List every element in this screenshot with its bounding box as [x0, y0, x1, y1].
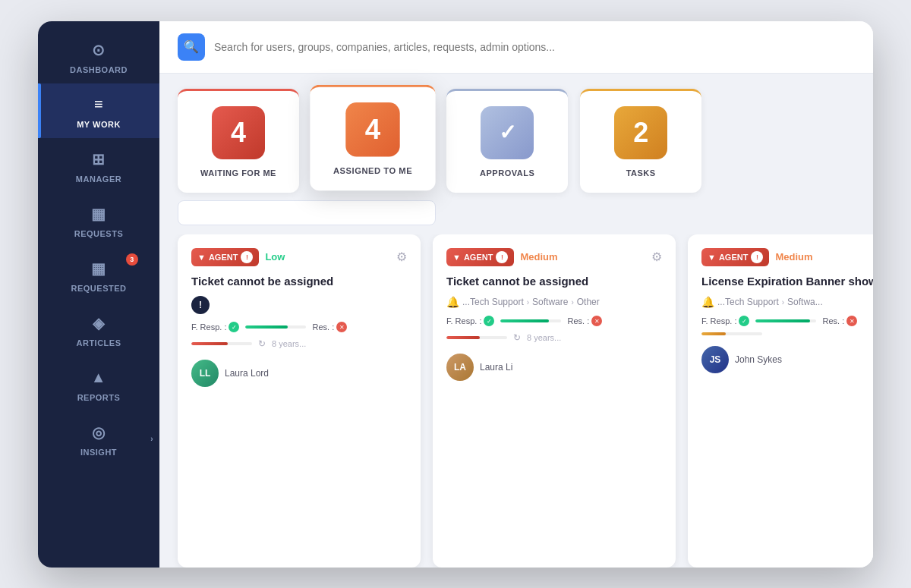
stat-card-assigned[interactable]: 4 ASSIGNED TO ME: [310, 84, 435, 190]
ticket-card: ▼ AGENT ! Low ⚙ Ticket cannot be assigne…: [178, 234, 421, 568]
search-input[interactable]: [214, 41, 855, 53]
sidebar-item-label: MY WORK: [77, 120, 121, 129]
assigned-count: 4: [345, 102, 399, 156]
check-icon: ✓: [499, 120, 516, 145]
res-fill: [446, 336, 480, 339]
assigned-label: ASSIGNED TO ME: [333, 165, 412, 175]
path-icon: 🔔: [701, 296, 714, 308]
f-resp-progress: [245, 325, 306, 329]
ticket-footer: JS John Sykes: [701, 346, 873, 373]
res-badge: Res. : ✕: [822, 316, 857, 326]
agent-count-dot: !: [496, 251, 508, 263]
search-bar: 🔍: [159, 21, 873, 74]
sidebar-item-label: REQUESTS: [74, 229, 124, 238]
waiting-label: WAITING FOR ME: [200, 168, 276, 178]
path-other: Other: [577, 297, 600, 307]
x-icon: ✕: [846, 316, 857, 326]
sidebar-item-dashboard[interactable]: ⊙ DASHBOARD: [38, 29, 159, 83]
priority-label: Medium: [520, 251, 557, 263]
sidebar-item-requested[interactable]: ▦ REQUESTED 3: [38, 247, 159, 302]
gear-icon[interactable]: ⚙: [651, 250, 662, 264]
f-resp-progress: [500, 319, 561, 322]
f-resp-label: F. Resp. :: [191, 322, 226, 332]
ticket-meta: F. Resp. : ✓ Res. : ✕ ↻ 8 years...: [191, 322, 407, 349]
res-fill: [191, 342, 228, 345]
res-progress: [446, 336, 507, 339]
gear-icon[interactable]: ⚙: [396, 250, 407, 264]
sidebar-item-label: INSIGHT: [80, 448, 117, 457]
refresh-icon: ↻: [513, 332, 521, 343]
agent-button[interactable]: ▼ AGENT !: [446, 248, 514, 266]
agent-button[interactable]: ▼ AGENT !: [701, 248, 769, 266]
check-icon: ✓: [484, 316, 494, 326]
avatar: LA: [446, 354, 474, 381]
agent-button[interactable]: ▼ AGENT !: [191, 248, 259, 266]
articles-icon: ◈: [87, 311, 111, 335]
sidebar-item-my-work[interactable]: ≡ MY WORK: [38, 83, 159, 138]
f-resp-fill: [245, 325, 288, 329]
search-icon: 🔍: [184, 39, 199, 54]
avatar: JS: [701, 346, 729, 373]
avatar: LL: [191, 360, 219, 387]
sidebar-item-label: DASHBOARD: [70, 65, 128, 74]
tasks-count: 2: [614, 106, 667, 159]
sidebar-item-articles[interactable]: ◈ ARTICLES: [38, 302, 159, 357]
filter-wrap: 🔍: [178, 200, 436, 225]
res-label: Res. :: [822, 316, 844, 325]
path-arrow: ›: [527, 298, 529, 307]
agent-count-dot: !: [751, 251, 763, 263]
approvals-label: APPROVALS: [480, 168, 534, 178]
sidebar-item-insight[interactable]: ◎ INSIGHT ›: [38, 411, 159, 466]
sidebar-item-label: REQUESTED: [71, 284, 127, 293]
manager-icon: ⊞: [87, 147, 111, 171]
sidebar-item-label: REPORTS: [77, 393, 121, 402]
f-resp-badge: F. Resp. : ✓: [191, 322, 239, 332]
path-software: Software: [532, 297, 568, 307]
agent-label: AGENT: [209, 253, 238, 262]
stat-card-waiting[interactable]: 4 WAITING FOR ME: [178, 89, 299, 193]
requested-icon: ▦: [87, 256, 111, 281]
ticket-card: ▼ AGENT ! Medium ⚙ Ticket cannot be assi…: [433, 234, 676, 568]
ticket-path: 🔔 ...Tech Support › Software › Other: [446, 296, 662, 308]
insight-arrow: ›: [150, 434, 153, 442]
insight-icon: ◎: [87, 420, 111, 445]
filter-input[interactable]: [178, 200, 436, 225]
res-label: Res. :: [312, 322, 334, 332]
tasks-label: TASKS: [626, 168, 656, 178]
stats-section: 4 WAITING FOR ME 4 ASSIGNED TO ME ✓ APPR…: [159, 74, 873, 200]
sidebar-item-reports[interactable]: ▲ REPORTS: [38, 357, 159, 411]
ticket-footer: LL Laura Lord: [191, 360, 407, 387]
waiting-count: 4: [212, 106, 265, 159]
time-ago: 8 years...: [272, 339, 306, 348]
f-resp-label: F. Resp. :: [701, 316, 736, 325]
res-badge: Res. : ✕: [567, 316, 602, 326]
warning-icon: !: [191, 296, 210, 314]
path-arrow2: ›: [571, 298, 573, 307]
path-text: ...Tech Support: [462, 297, 524, 307]
agent-label: AGENT: [464, 253, 493, 262]
ticket-header: ▼ AGENT ! Low ⚙: [191, 248, 407, 266]
x-icon: ✕: [591, 316, 602, 326]
agent-label: AGENT: [719, 253, 749, 262]
stat-card-tasks[interactable]: 2 TASKS: [580, 89, 701, 193]
stat-card-approvals[interactable]: ✓ APPROVALS: [446, 89, 568, 193]
agent-count-dot: !: [241, 251, 253, 263]
search-button[interactable]: 🔍: [178, 33, 205, 61]
path-arrow: ›: [782, 298, 784, 307]
sidebar-item-label: MANAGER: [76, 175, 121, 184]
check-icon: ✓: [739, 316, 749, 326]
sidebar-item-requests[interactable]: ▦ REQUESTS: [38, 193, 159, 247]
sidebar-item-manager[interactable]: ⊞ MANAGER: [38, 138, 159, 193]
ticket-header: ▼ AGENT ! Medium ⚙: [446, 248, 662, 266]
check-icon: ✓: [229, 322, 239, 332]
browser-window: ⊙ DASHBOARD ≡ MY WORK ⊞ MANAGER ▦ REQUES…: [38, 21, 873, 568]
path-icon: 🔔: [446, 296, 459, 308]
ticket-footer: LA Laura Li: [446, 354, 662, 381]
res-progress: [701, 332, 762, 335]
my-work-icon: ≡: [87, 93, 111, 117]
ticket-meta: F. Resp. : ✓ Res. : ✕ ↻ 8 years...: [446, 316, 662, 343]
f-resp-badge: F. Resp. : ✓: [701, 316, 749, 326]
agent-dropdown-icon: ▼: [452, 253, 461, 262]
priority-label: Low: [265, 251, 285, 263]
f-resp-progress: [755, 319, 816, 322]
